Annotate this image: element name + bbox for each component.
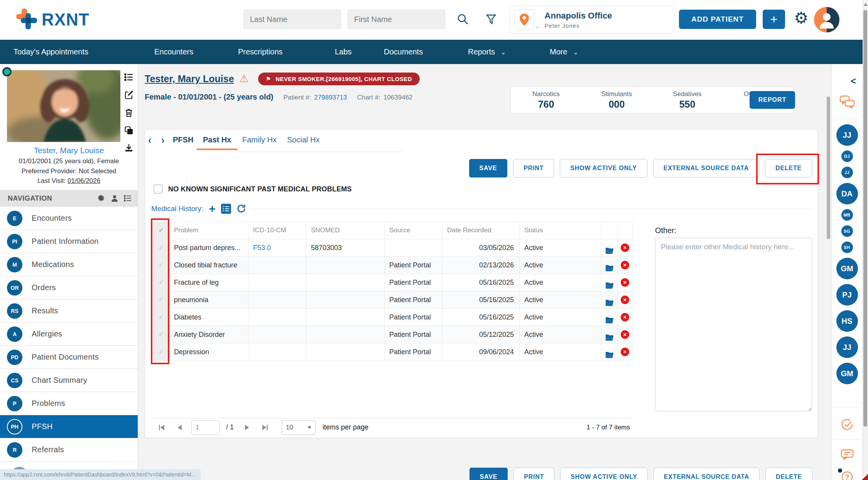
remove-row-icon[interactable]: × xyxy=(621,330,629,339)
delete-button[interactable]: DELETE xyxy=(765,159,812,177)
remove-row-icon[interactable]: × xyxy=(621,261,629,269)
last-name-search-field[interactable] xyxy=(243,9,341,29)
cell-icd-link[interactable] xyxy=(248,309,306,326)
main-nav-item[interactable]: Labs xyxy=(335,40,351,64)
help-icon[interactable]: ? xyxy=(840,470,854,480)
open-folder-icon[interactable] xyxy=(605,331,614,338)
patient-list-icon[interactable] xyxy=(124,73,133,82)
main-nav-item[interactable]: More ⌄ xyxy=(550,40,578,64)
table-row[interactable]: ✓ Fracture of leg Patient Portal 05/16/2… xyxy=(153,274,632,291)
patient-number-value[interactable]: 279893713 xyxy=(314,94,347,101)
external-source-data-button-bottom[interactable]: EXTERNAL SOURCE DATA xyxy=(654,468,760,480)
row-checkbox[interactable]: ✓ xyxy=(153,343,169,361)
quick-add-button[interactable]: + xyxy=(763,10,785,29)
message-bubble-icon[interactable] xyxy=(840,448,854,462)
open-folder-icon[interactable] xyxy=(605,313,614,321)
sidebar-nav-item[interactable]: PH PFSH xyxy=(0,415,138,438)
remove-row-icon[interactable]: × xyxy=(621,243,629,252)
open-folder-icon[interactable] xyxy=(605,244,614,252)
provider-avatar[interactable]: HS xyxy=(836,310,858,332)
nav-person-icon[interactable] xyxy=(111,194,118,202)
search-icon[interactable] xyxy=(456,13,469,27)
copy-chart-icon[interactable] xyxy=(124,126,133,135)
provider-avatar[interactable]: GM xyxy=(836,363,858,384)
col-date-recorded[interactable]: Date Recorded xyxy=(442,222,520,239)
cell-icd-link[interactable] xyxy=(248,326,306,343)
open-folder-icon[interactable] xyxy=(605,261,614,269)
main-nav-item[interactable]: Documents xyxy=(384,40,423,64)
report-button[interactable]: REPORT xyxy=(750,91,795,109)
delete-button-bottom[interactable]: DELETE xyxy=(765,468,812,480)
print-button[interactable]: PRINT xyxy=(513,159,554,177)
table-row[interactable]: ✓ pneumonia Patient Portal 05/16/2025 Ac… xyxy=(153,291,632,309)
col-source[interactable]: Source xyxy=(385,222,442,239)
sidebar-nav-item[interactable]: A Allergies xyxy=(0,323,138,346)
settings-gear-icon[interactable]: ⚙ xyxy=(794,10,809,26)
sidebar-nav-item[interactable]: P Problems xyxy=(0,392,138,415)
page-number-input[interactable] xyxy=(191,420,220,435)
delete-patient-icon[interactable] xyxy=(124,108,133,117)
table-row[interactable]: ✓ Post partum depres... F53.0 58703003 0… xyxy=(153,239,632,257)
refresh-icon[interactable] xyxy=(236,204,246,214)
warning-icon[interactable]: ⚠ xyxy=(240,74,249,84)
pfsh-tab[interactable]: Social Hx xyxy=(287,135,319,144)
medical-history-grid-icon[interactable] xyxy=(221,204,231,214)
first-name-search-field[interactable] xyxy=(347,9,446,29)
previous-page-icon[interactable] xyxy=(176,424,184,431)
col-problem[interactable]: Problem xyxy=(169,222,248,239)
provider-avatar[interactable]: JJ xyxy=(841,167,853,178)
provider-avatar[interactable]: PJ xyxy=(836,284,858,306)
sidebar-patient-name-link[interactable]: Tester, Mary Louise xyxy=(0,146,138,155)
col-status[interactable]: Status xyxy=(520,222,601,239)
provider-avatar[interactable]: MB xyxy=(841,209,853,221)
main-nav-item[interactable]: Prescriptions xyxy=(238,40,283,64)
open-folder-icon[interactable] xyxy=(605,296,614,304)
print-button-bottom[interactable]: PRINT xyxy=(513,468,554,480)
filter-icon[interactable] xyxy=(485,14,497,27)
main-nav-item[interactable]: Encounters xyxy=(154,40,193,64)
table-row[interactable]: ✓ Diabetes Patient Portal 05/16/2025 Act… xyxy=(153,309,632,326)
nav-settings-gear-icon[interactable] xyxy=(98,194,105,202)
rxnt-logo[interactable]: RXNT xyxy=(15,8,90,32)
office-selector[interactable]: ⌄ Annapolis Office Peter Jones xyxy=(509,6,674,34)
row-checkbox[interactable]: ✓ xyxy=(153,239,169,257)
col-icd[interactable]: ICD-10-CM xyxy=(248,222,306,239)
last-name-input[interactable] xyxy=(243,9,341,29)
sidebar-nav-item[interactable]: RS Results xyxy=(0,299,138,323)
remove-row-icon[interactable]: × xyxy=(621,278,629,287)
add-patient-button[interactable]: ADD PATIENT xyxy=(679,10,756,29)
provider-avatar[interactable]: JJ xyxy=(836,336,858,358)
remove-row-icon[interactable]: × xyxy=(621,348,629,356)
provider-avatar[interactable]: DA xyxy=(836,183,858,205)
sidebar-nav-item[interactable]: R Referrals xyxy=(0,438,138,461)
sidebar-nav-item[interactable]: PD Patient Documents xyxy=(0,346,138,369)
provider-avatar[interactable]: SG xyxy=(841,225,853,237)
sidebar-nav-item[interactable]: M Medications xyxy=(0,253,138,276)
edit-patient-icon[interactable] xyxy=(124,90,133,100)
sidebar-nav-item[interactable]: CS Chart Summary xyxy=(0,369,138,392)
provider-avatar[interactable]: JJ xyxy=(836,124,858,146)
tasks-check-icon[interactable] xyxy=(840,417,854,431)
nav-list-icon[interactable] xyxy=(124,194,132,202)
sidebar-nav-item[interactable]: OR Orders xyxy=(0,276,138,299)
other-medical-history-textarea[interactable] xyxy=(655,238,812,411)
no-known-problems-checkbox[interactable] xyxy=(154,184,163,194)
sidebar-nav-item[interactable]: E Encounters xyxy=(0,207,138,230)
cell-icd-link[interactable] xyxy=(248,257,306,274)
row-checkbox[interactable]: ✓ xyxy=(153,291,169,309)
next-page-icon[interactable] xyxy=(243,424,251,431)
remove-row-icon[interactable]: × xyxy=(621,313,629,321)
sidebar-nav-item[interactable]: PI Patient Information xyxy=(0,230,138,253)
cell-icd-link[interactable] xyxy=(248,274,306,291)
show-active-only-button[interactable]: SHOW ACTIVE ONLY xyxy=(560,159,647,177)
main-nav-item[interactable]: Reports ⌄ xyxy=(468,40,506,64)
pfsh-tab[interactable]: Family Hx xyxy=(242,135,277,144)
table-row[interactable]: ✓ Anxiety Disorder Patient Portal 05/12/… xyxy=(153,326,632,343)
save-button[interactable]: SAVE xyxy=(469,159,508,177)
col-snomed[interactable]: SNOMED xyxy=(306,222,385,239)
provider-avatar[interactable]: GM xyxy=(836,258,858,279)
save-button-bottom[interactable]: SAVE xyxy=(469,468,508,480)
open-folder-icon[interactable] xyxy=(605,279,614,286)
chart-alert-badge[interactable]: ⚑ NEVER SMOKER.[266919005], CHART CLOSED xyxy=(258,73,420,85)
cell-icd-link[interactable] xyxy=(248,291,306,309)
